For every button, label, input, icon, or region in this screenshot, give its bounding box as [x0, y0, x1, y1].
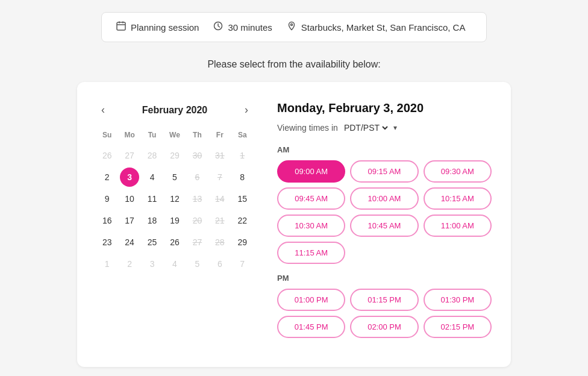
calendar-day-cell: 3: [143, 254, 162, 274]
calendar-day-header: Su: [96, 128, 117, 144]
duration-label: 30 minutes: [228, 22, 272, 33]
calendar-day-cell[interactable]: 16: [98, 211, 117, 230]
calendar-day-cell[interactable]: 12: [165, 189, 184, 208]
calendar-grid: SuMoTuWeThFrSa26272829303112345678910111…: [96, 128, 253, 274]
calendar-day-cell[interactable]: 11: [143, 189, 162, 208]
info-bar: Planning session 30 minutes Starbucks, M…: [101, 12, 487, 42]
time-slot-button[interactable]: 11:00 AM: [424, 215, 492, 237]
calendar-day-cell[interactable]: 24: [120, 233, 139, 252]
calendar-day-cell[interactable]: 18: [143, 211, 162, 230]
calendar-day-header: Fr: [209, 128, 230, 144]
calendar-day-cell: 6: [210, 254, 230, 274]
calendar-day-cell: 4: [165, 254, 184, 274]
chevron-down-icon: ▾: [393, 124, 397, 132]
calendar-day-cell[interactable]: 3: [120, 168, 139, 187]
calendar-day-cell[interactable]: 15: [233, 189, 252, 208]
time-slot-button[interactable]: 02:00 PM: [350, 316, 418, 338]
calendar-title: February 2020: [142, 105, 208, 116]
calendar-day-cell: 14: [210, 189, 230, 208]
calendar-day-cell: 20: [187, 211, 207, 230]
calendar-day-cell: 6: [187, 168, 207, 187]
time-slot-button[interactable]: 01:15 PM: [350, 289, 418, 311]
calendar-day-cell: 2: [120, 254, 139, 274]
time-slot-button[interactable]: 10:30 AM: [277, 215, 345, 237]
time-slot-button[interactable]: 02:15 PM: [424, 316, 492, 338]
prev-month-button[interactable]: ‹: [96, 101, 110, 119]
calendar: ‹ February 2020 › SuMoTuWeThFrSa26272829…: [96, 101, 253, 348]
calendar-day-cell: 7: [210, 168, 230, 187]
calendar-day-header: Mo: [119, 128, 140, 144]
event-name: Planning session: [131, 22, 199, 33]
calendar-day-cell: 21: [210, 211, 230, 230]
calendar-day-header: Tu: [142, 128, 163, 144]
calendar-day-cell: 27: [120, 146, 139, 165]
calendar-day-cell: 1: [98, 254, 117, 274]
calendar-day-cell[interactable]: 9: [98, 189, 117, 208]
calendar-day-cell[interactable]: 29: [233, 233, 252, 252]
time-slot-button[interactable]: 01:45 PM: [277, 316, 345, 338]
event-icon: [116, 21, 126, 33]
am-label: AM: [277, 145, 492, 154]
viewing-label: Viewing times in: [277, 123, 338, 133]
calendar-day-cell[interactable]: 4: [143, 168, 162, 187]
svg-rect-0: [117, 22, 125, 30]
time-slot-button[interactable]: 10:15 AM: [424, 187, 492, 210]
calendar-day-cell[interactable]: 2: [98, 168, 117, 187]
time-slot-button[interactable]: 11:15 AM: [277, 242, 345, 264]
calendar-day-cell[interactable]: 25: [143, 233, 162, 252]
time-slot-button[interactable]: 01:30 PM: [424, 289, 492, 311]
am-slots-grid: 09:00 AM09:15 AM09:30 AM09:45 AM10:00 AM…: [277, 160, 492, 264]
selected-date-title: Monday, February 3, 2020: [277, 101, 492, 115]
clock-icon: [213, 21, 223, 33]
calendar-header: ‹ February 2020 ›: [96, 101, 253, 119]
location-info: Starbucks, Market St, San Francisco, CA: [287, 21, 466, 33]
calendar-day-cell[interactable]: 23: [98, 233, 117, 252]
time-panel: Monday, February 3, 2020 Viewing times i…: [277, 101, 492, 348]
pm-label: PM: [277, 274, 492, 283]
time-slot-button[interactable]: 09:00 AM: [277, 160, 345, 183]
location-icon: [287, 21, 296, 33]
time-slot-button[interactable]: 09:45 AM: [277, 187, 345, 210]
time-slot-button[interactable]: 09:30 AM: [424, 160, 492, 183]
calendar-day-cell: 26: [98, 146, 117, 165]
timezone-row: Viewing times in PDT/PST EST/EDT UTC ▾: [277, 122, 492, 133]
pm-slots-grid: 01:00 PM01:15 PM01:30 PM01:45 PM02:00 PM…: [277, 289, 492, 338]
calendar-day-cell[interactable]: 8: [233, 168, 252, 187]
event-info: Planning session: [116, 21, 199, 33]
time-slot-button[interactable]: 10:00 AM: [350, 187, 418, 210]
calendar-day-cell: 31: [210, 146, 230, 165]
timezone-select[interactable]: PDT/PST EST/EDT UTC: [342, 122, 390, 133]
svg-point-2: [290, 24, 292, 26]
calendar-day-cell: 30: [187, 146, 207, 165]
next-month-button[interactable]: ›: [240, 101, 253, 119]
calendar-day-cell[interactable]: 26: [165, 233, 184, 252]
duration-info: 30 minutes: [213, 21, 272, 33]
calendar-day-cell: 13: [187, 189, 207, 208]
calendar-day-cell[interactable]: 10: [120, 189, 139, 208]
location-label: Starbucks, Market St, San Francisco, CA: [301, 22, 466, 33]
calendar-day-cell: 28: [210, 233, 230, 252]
calendar-day-header: We: [164, 128, 185, 144]
calendar-day-header: Th: [187, 128, 208, 144]
calendar-day-header: Sa: [232, 128, 253, 144]
subtitle: Please select from the availability belo…: [207, 59, 380, 70]
calendar-day-cell[interactable]: 17: [120, 211, 139, 230]
calendar-day-cell: 7: [233, 254, 252, 274]
calendar-day-cell[interactable]: 5: [165, 168, 184, 187]
time-slot-button[interactable]: 10:45 AM: [350, 215, 418, 237]
main-card: ‹ February 2020 › SuMoTuWeThFrSa26272829…: [77, 82, 511, 367]
calendar-day-cell: 27: [187, 233, 207, 252]
calendar-day-cell: 28: [143, 146, 162, 165]
calendar-day-cell: 1: [233, 146, 252, 165]
calendar-day-cell: 5: [187, 254, 207, 274]
calendar-day-cell[interactable]: 22: [233, 211, 252, 230]
time-slot-button[interactable]: 09:15 AM: [350, 160, 418, 183]
calendar-day-cell: 29: [165, 146, 184, 165]
time-slot-button[interactable]: 01:00 PM: [277, 289, 345, 311]
calendar-day-cell[interactable]: 19: [165, 211, 184, 230]
